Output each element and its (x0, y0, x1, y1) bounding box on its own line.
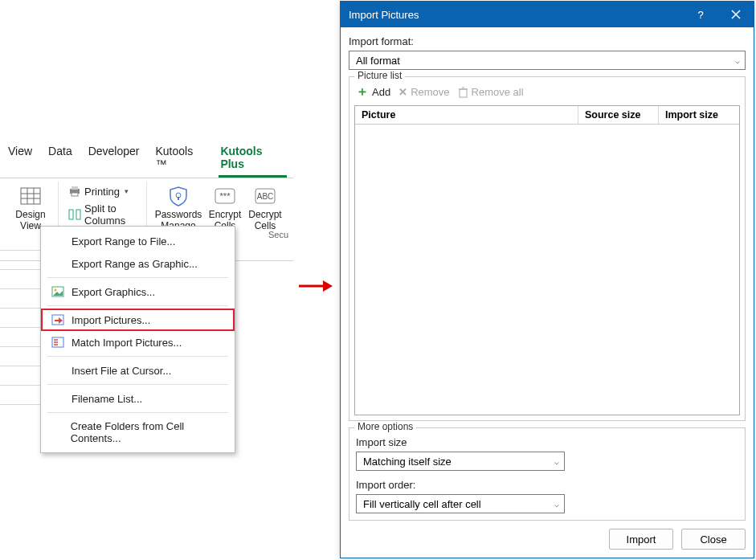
decrypt-label: Decrypt Cells (248, 209, 281, 231)
col-source-size[interactable]: Source size (578, 106, 659, 124)
svg-point-17 (55, 289, 57, 292)
picture-icon (51, 285, 65, 298)
close-window-button[interactable] (718, 2, 754, 27)
import-pictures-dialog: Import Pictures ? Import format: All for… (340, 1, 754, 558)
tab-kutools[interactable]: Kutools ™ (154, 143, 206, 178)
menu-export-range-graphic[interactable]: Export Range as Graphic... (41, 252, 235, 275)
more-options-fieldset: More options Import size Matching itself… (349, 427, 746, 521)
chevron-down-icon: ⌵ (554, 500, 559, 509)
menu-label: Import Pictures... (72, 314, 150, 326)
menu-separator (47, 412, 228, 413)
decrypt-icon: ABC (254, 185, 276, 207)
grid-icon (19, 185, 42, 207)
printer-icon (68, 185, 81, 198)
menu-label: Export Range as Graphic... (72, 258, 198, 270)
shield-icon (167, 185, 190, 207)
svg-rect-11 (178, 197, 179, 200)
svg-rect-0 (21, 188, 40, 204)
add-button[interactable]: ＋ Add (356, 84, 390, 100)
arrow-right-icon (297, 278, 333, 294)
remove-all-button[interactable]: Remove all (458, 84, 524, 100)
menu-separator (47, 305, 228, 306)
chevron-down-icon: ⌵ (735, 56, 740, 65)
blank-icon (51, 235, 65, 247)
add-label: Add (372, 86, 390, 98)
blank-icon (51, 257, 65, 270)
help-button[interactable]: ? (683, 2, 718, 27)
excel-ribbon-area: View Data Developer Kutools ™ Kutools Pl… (0, 141, 293, 261)
blank-icon (51, 392, 65, 405)
remove-button[interactable]: ✕ Remove (398, 84, 449, 100)
menu-label: Insert File at Cursor... (72, 365, 171, 377)
group-security-label: Secu (268, 230, 288, 239)
svg-text:***: *** (220, 191, 231, 201)
svg-rect-9 (76, 210, 80, 219)
menu-export-range-file[interactable]: Export Range to File... (41, 230, 235, 252)
import-size-label: Import size (356, 436, 738, 448)
picture-list-toolbar: ＋ Add ✕ Remove Remove all (354, 80, 740, 105)
col-import-size[interactable]: Import size (659, 106, 739, 124)
menu-label: Export Range to File... (72, 235, 175, 247)
col-picture[interactable]: Picture (355, 106, 578, 124)
menu-label: Match Import Pictures... (72, 337, 182, 349)
encrypt-icon: *** (214, 185, 236, 207)
blank-icon (51, 426, 64, 439)
tab-data[interactable]: Data (47, 143, 74, 178)
dialog-footer: Import Close (341, 521, 754, 558)
table-header: Picture Source size Import size (355, 106, 739, 125)
printing-label: Printing (84, 186, 120, 198)
menu-label: Filename List... (72, 393, 142, 405)
import-order-label: Import order: (356, 479, 738, 491)
close-button[interactable]: Close (681, 529, 746, 550)
menu-match-import-pictures[interactable]: Match Import Pictures... (41, 331, 235, 354)
remove-all-label: Remove all (472, 86, 524, 98)
help-icon: ? (697, 9, 703, 21)
svg-rect-7 (72, 193, 78, 196)
svg-text:ABC: ABC (257, 192, 274, 201)
menu-export-graphics[interactable]: Export Graphics... (41, 280, 235, 303)
import-button[interactable]: Import (609, 529, 673, 550)
more-options-label: More options (354, 421, 416, 432)
trash-icon (458, 87, 468, 98)
menu-label: Create Folders from Cell Contents... (71, 420, 225, 444)
svg-rect-6 (72, 186, 78, 190)
menu-label: Export Graphics... (72, 286, 155, 298)
menu-separator (47, 277, 228, 278)
import-size-select[interactable]: Matching itself size ⌵ (356, 452, 565, 471)
dialog-title: Import Pictures (349, 9, 683, 21)
tab-developer[interactable]: Developer (87, 143, 141, 178)
split-columns-icon (68, 208, 81, 221)
import-format-select[interactable]: All format ⌵ (349, 51, 746, 70)
chevron-down-icon: ⌵ (554, 457, 559, 466)
import-export-menu: Export Range to File... Export Range as … (40, 226, 235, 453)
ribbon-tabs: View Data Developer Kutools ™ Kutools Pl… (0, 141, 293, 178)
x-icon: ✕ (398, 86, 407, 98)
split-columns-button[interactable]: Split to Columns (63, 201, 141, 228)
menu-create-folders[interactable]: Create Folders from Cell Contents... (41, 415, 235, 449)
menu-import-pictures[interactable]: Import Pictures... (41, 309, 235, 331)
picture-table[interactable]: Picture Source size Import size (354, 105, 740, 415)
menu-separator (47, 356, 228, 357)
dialog-body: Import format: All format ⌵ Picture list… (341, 27, 754, 521)
chevron-down-icon: ▾ (125, 187, 129, 195)
tab-view[interactable]: View (6, 143, 34, 178)
import-format-label: Import format: (349, 35, 746, 47)
tab-kutools-plus[interactable]: Kutools Plus (219, 143, 287, 178)
picture-list-label: Picture list (354, 70, 405, 81)
menu-filename-list[interactable]: Filename List... (41, 387, 235, 410)
table-body (355, 125, 739, 415)
spreadsheet-grid (0, 231, 42, 553)
menu-separator (47, 384, 228, 385)
picture-list-fieldset: Picture list ＋ Add ✕ Remove Remove all P… (349, 76, 746, 421)
import-picture-icon (51, 313, 65, 326)
plus-icon: ＋ (356, 84, 369, 100)
svg-rect-21 (460, 89, 467, 97)
import-order-select[interactable]: Fill vertically cell after cell ⌵ (356, 494, 565, 513)
menu-insert-file-cursor[interactable]: Insert File at Cursor... (41, 359, 235, 382)
match-import-icon (51, 336, 65, 349)
remove-label: Remove (411, 86, 449, 98)
import-size-value: Matching itself size (363, 456, 452, 468)
dialog-titlebar[interactable]: Import Pictures ? (341, 2, 754, 27)
printing-button[interactable]: Printing ▾ (63, 183, 141, 199)
svg-rect-8 (69, 210, 73, 219)
